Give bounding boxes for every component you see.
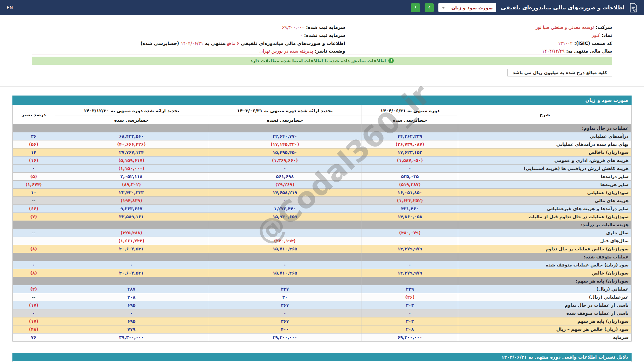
info-label: نماد: bbox=[601, 33, 612, 38]
row-label: سود (زیان) خالص هر سهم – ریال bbox=[458, 325, 632, 334]
info-label: منتهی به bbox=[205, 41, 225, 46]
row-value-current: ۰ bbox=[362, 237, 458, 245]
col-subheader-audited-current: حسابرسی شده bbox=[362, 116, 458, 124]
row-value-prior: ۰ bbox=[208, 229, 362, 237]
statement-row: سود (زیان) خالص هر سهم – ریال۲۰۸۴۰۰۷۷۹(۴… bbox=[13, 325, 632, 334]
row-value-current bbox=[362, 124, 458, 132]
row-value-prior: ۰ bbox=[208, 309, 362, 317]
row-value-year: ۶۹۵ bbox=[55, 301, 208, 309]
report-document-icon bbox=[629, 3, 637, 12]
row-label: هزینه مالیات بر درآمد: bbox=[458, 221, 632, 229]
row-percent-change: -- bbox=[13, 229, 55, 237]
row-label: درآمدهای عملیاتي bbox=[458, 132, 632, 140]
statement-row: عملیاتي (ریال)۳۲۹۳۳۷۴۸۷(۲) bbox=[13, 285, 632, 293]
row-value-year: ۳۲,۵۸۹,۱۶۱ bbox=[55, 213, 208, 221]
row-percent-change: ۰ bbox=[13, 165, 55, 173]
row-value-current: ۱۴,۳۷۹,۹۷۹ bbox=[362, 269, 458, 277]
row-percent-change: (۸) bbox=[13, 269, 55, 277]
row-label: ناشی از عملیات در حال تداوم bbox=[458, 301, 632, 309]
row-percent-change: ۱۰ bbox=[13, 189, 55, 197]
statement-row: سود(زیان) ناخالص۱۷,۶۲۳,۱۵۲۱۵,۴۹۵,۴۵۰۲۷,۷… bbox=[13, 148, 632, 157]
info-label: اطلاعات و صورت‌های مالی میاندوره‌ای تلفی… bbox=[241, 41, 345, 46]
row-percent-change bbox=[13, 221, 55, 229]
section-header-row: هزینه مالیات بر درآمد: bbox=[13, 221, 632, 229]
row-value-prior: ۴۰۰ bbox=[208, 325, 362, 334]
info-label: شرکت: bbox=[596, 24, 612, 30]
row-percent-change: (۱۶) bbox=[13, 157, 55, 165]
row-label: سایر هزینه‌ها bbox=[458, 181, 632, 189]
row-value-year: ۳۰,۶۰۲,۵۴۱ bbox=[55, 245, 208, 253]
row-value-current: ۰ bbox=[362, 165, 458, 173]
company-info-row: شرکت:توسعه معدني و صنعتي صبا نورسرمایه ث… bbox=[32, 23, 612, 31]
info-label: سرمایه ثبت شده: bbox=[306, 24, 345, 30]
col-subheader-audited-year: حسابرسی شده bbox=[55, 116, 208, 124]
info-value: توسعه معدني و صنعتي صبا نور bbox=[536, 24, 594, 30]
row-value-prior: (۲۲۰,۱۹۴) bbox=[208, 237, 362, 245]
company-info: شرکت:توسعه معدني و صنعتي صبا نورسرمایه ث… bbox=[32, 23, 612, 55]
signed-data-banner-text: اطلاعات نمایش داده شده با اطلاعات امضا ش… bbox=[250, 58, 386, 63]
row-value-prior: ۳۰ bbox=[208, 293, 362, 301]
row-value-year: (۱,۱۵۰,۰۰۰) bbox=[55, 165, 208, 173]
row-label: هزینه کاهش ارزش دریافتنی ها (هزینه استثن… bbox=[458, 165, 632, 173]
row-value-prior: ۱۵,۷۱۰,۴۶۵ bbox=[208, 245, 362, 253]
next-report-button[interactable]: › bbox=[425, 3, 434, 12]
report-type-value: صورت سود و زیان bbox=[451, 5, 493, 10]
prev-report-button[interactable]: ‹ bbox=[411, 3, 420, 12]
row-value-year: (۱۹۴,۸۳۹) bbox=[55, 197, 208, 205]
row-value-year: ۳۰,۶۰۲,۵۴۱ bbox=[55, 269, 208, 277]
row-value-current: ۱۶,۰۵۱,۸۵۰ bbox=[362, 189, 458, 197]
row-value-current: (۱,۶۲۳,۲۵۲) bbox=[362, 197, 458, 205]
row-value-prior: ۱,۲۷۲,۴۴۰ bbox=[208, 205, 362, 213]
row-value-current: ۱۴,۸۶۰,۰۵۸ bbox=[362, 213, 458, 221]
statement-row: سود(زیان) پایه هر سهم۳۰۳۳۶۷۶۹۵(۱۷) bbox=[13, 317, 632, 325]
row-value-current: ۴۳۱,۴۶۰ bbox=[362, 205, 458, 213]
language-toggle-en[interactable]: EN bbox=[7, 5, 13, 10]
income-statement-table: شرح دوره منتهی به ۱۴۰۴/۰۶/۳۱ تجدید ارائه… bbox=[12, 105, 632, 342]
info-value: ۱۴۰۴/۱۲/۲۹ bbox=[542, 48, 565, 54]
income-statement-body: عملیات در حال تداوم:درآمدهای عملیاتي۴۴,۳… bbox=[13, 124, 632, 342]
col-subheader-unaudited-prior: حسابرسی نشده bbox=[208, 116, 362, 124]
row-value-current bbox=[362, 253, 458, 261]
row-label: سود(زیان) پایه هر سهم bbox=[458, 317, 632, 325]
statement-row: درآمدهای عملیاتي۴۴,۳۶۲,۲۳۹۳۲,۶۴۰,۷۷۰۶۸,۴… bbox=[13, 132, 632, 140]
row-label: سود(زیان) خالص bbox=[458, 269, 632, 277]
row-value-year: ۹,۳۶۳,۶۶۷ bbox=[55, 205, 208, 213]
row-value-current: ۳۲۹ bbox=[362, 285, 458, 293]
row-label: سود(زیان) ناخالص bbox=[458, 148, 632, 157]
row-value-current: ۳۰۳ bbox=[362, 301, 458, 309]
currency-note: کلیه مبالغ درج شده به میلیون ریال می باش… bbox=[507, 69, 612, 76]
row-percent-change: -- bbox=[13, 197, 55, 205]
row-value-prior: ۱۵,۷۱۰,۴۶۵ bbox=[208, 269, 362, 277]
row-value-year bbox=[55, 124, 208, 132]
info-icon: i bbox=[388, 58, 394, 63]
chevron-down-icon bbox=[442, 7, 445, 9]
row-value-prior: (۲۹,۲۶۹) bbox=[208, 181, 362, 189]
row-value-prior: ۱۵,۹۳۰,۶۵۹ bbox=[208, 213, 362, 221]
row-value-year: ۰ bbox=[55, 261, 208, 269]
statement-row: سایر هزینه‌ها(۵۱۹,۲۸۷)(۲۹,۲۶۹)(۸۹,۳۰۲)(۱… bbox=[13, 181, 632, 189]
row-percent-change: (۶۶) bbox=[13, 205, 55, 213]
report-type-dropdown[interactable]: صورت سود و زیان bbox=[438, 3, 496, 12]
row-value-current: ۲۰۸ bbox=[362, 325, 458, 334]
row-value-prior: ۳۲,۶۴۰,۷۷۰ bbox=[208, 132, 362, 140]
row-percent-change bbox=[13, 253, 55, 261]
row-value-current: ۱۴,۳۷۹,۹۷۹ bbox=[362, 245, 458, 253]
row-value-year: ۶۸,۴۳۳,۵۶۰ bbox=[55, 132, 208, 140]
row-value-current: ۴۴,۳۶۲,۲۳۹ bbox=[362, 132, 458, 140]
row-percent-change: ۷۶ bbox=[13, 334, 55, 342]
navbar-right-group: اطلاعات و صورت‌های مالی میاندوره‌ای تلفی… bbox=[411, 3, 637, 12]
row-value-current: (۲۶) bbox=[362, 293, 458, 301]
statement-row: ناشی از عملیات متوقف شده۰۰۰۰ bbox=[13, 309, 632, 317]
row-value-prior: ۰ bbox=[208, 261, 362, 269]
row-value-current: ۶۹,۳۰۰,۰۰۰ bbox=[362, 334, 458, 342]
row-value-current: ۵۳۵,۰۳۵ bbox=[362, 173, 458, 181]
statement-row: سرمایه۶۹,۳۰۰,۰۰۰۳۹,۳۰۰,۰۰۰۳۹,۳۰۰,۰۰۰۷۶ bbox=[13, 334, 632, 342]
row-percent-change: -- bbox=[13, 237, 55, 245]
changes-reasons-title: دلایل تغییرات اطلاعات واقعی دوره منتهی ب… bbox=[12, 353, 632, 361]
row-value-year bbox=[55, 277, 208, 285]
row-value-current: ۳۰۳ bbox=[362, 317, 458, 325]
row-value-current: ۰ bbox=[362, 309, 458, 317]
row-value-year: (۵,۱۵۹,۶۱۷) bbox=[55, 157, 208, 165]
row-percent-change bbox=[13, 277, 55, 285]
row-value-year: (۴۰,۶۶۶,۴۲۶) bbox=[55, 140, 208, 148]
